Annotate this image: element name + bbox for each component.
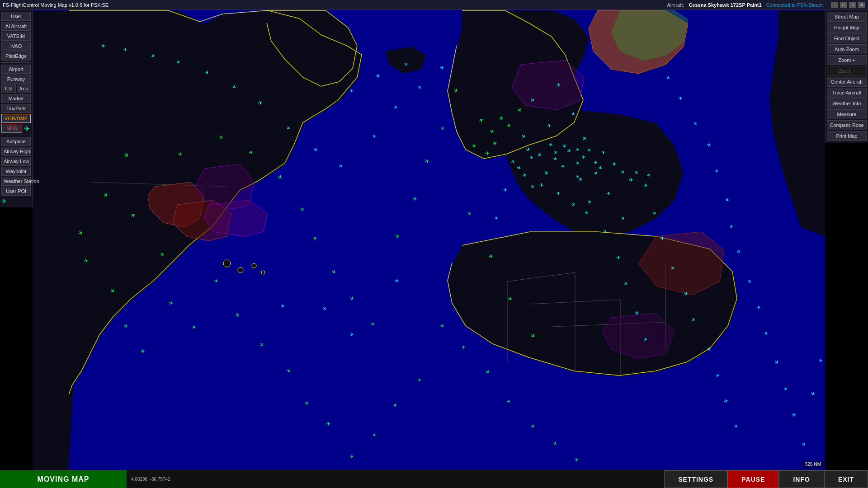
print-map-button[interactable]: Print Map — [827, 131, 867, 141]
sidebar-item-ivao[interactable]: IVAO — [1, 42, 31, 51]
sidebar-item-airport[interactable]: Airport — [1, 65, 31, 74]
maximize-button[interactable]: □ — [840, 2, 847, 8]
center-aircraft-button[interactable]: Center Aircraft — [827, 77, 867, 87]
map-svg: ✈ ✈ ✈ ✈ ✈ ✈ ✈ ✈ ✈ ✈ ✈ ✈ ✈ ✈ ✈ ✈ ✈ ✈ ✈ ✈ … — [33, 10, 825, 470]
scale-value: 526 NM — [805, 462, 821, 467]
titlebar: FS-FlightControl Moving Map v1.0.6 for F… — [0, 0, 868, 10]
window-controls[interactable]: _ □ ? ✕ — [831, 2, 865, 8]
sidebar-item-vor-dme[interactable]: VOR/DME — [1, 114, 31, 123]
auto-zoom-button[interactable]: Auto Zoom — [827, 44, 867, 54]
coords-value: 4.60298, -36.75742 — [131, 477, 170, 482]
right-sidebar: Street Map Height Map Find Object Auto Z… — [825, 10, 868, 143]
sidebar-item-airspace[interactable]: Airspace — [1, 137, 31, 146]
trace-aircraft-button[interactable]: Trace Aircraft — [827, 88, 867, 98]
ils-axis-row: ILS Axis — [1, 84, 31, 93]
sidebar-item-airway-high[interactable]: Airway High — [1, 147, 31, 156]
bottom-right-controls: SETTINGS PAUSE INFO EXIT — [664, 470, 868, 488]
compass-rose-button[interactable]: Compass Rose — [827, 120, 867, 130]
svg-point-10 — [238, 267, 243, 273]
titlebar-right: Aircraft: Cessna Skyhawk 172SP Paint1 Co… — [667, 2, 865, 8]
sidebar-item-ils[interactable]: ILS — [1, 84, 16, 93]
info-button[interactable]: INFO — [779, 470, 824, 488]
sidebar-item-runway[interactable]: Runway — [1, 75, 31, 84]
sidebar-item-weather-station[interactable]: Weather Station — [1, 177, 31, 186]
sidebar-item-ndb[interactable]: NDB — [1, 124, 22, 133]
sidebar-item-vatsim[interactable]: VATSIM — [1, 32, 31, 41]
map-area[interactable]: ✈ ✈ ✈ ✈ ✈ ✈ ✈ ✈ ✈ ✈ ✈ ✈ ✈ ✈ ✈ ✈ ✈ ✈ ✈ ✈ … — [33, 10, 825, 470]
sidebar-item-user[interactable]: User — [1, 12, 31, 21]
find-object-button[interactable]: Find Object — [827, 33, 867, 43]
zoom-plus-button[interactable]: Zoom + — [827, 55, 867, 65]
sidebar-item-user-poi[interactable]: User POI — [1, 187, 31, 196]
close-button[interactable]: ✕ — [858, 2, 865, 8]
scale-display: 526 NM — [802, 461, 824, 468]
user-poi-indicator: ✈ — [1, 197, 31, 206]
separator-2 — [1, 135, 31, 135]
help-button[interactable]: ? — [849, 2, 856, 8]
aircraft-name: Cessna Skyhawk 172SP Paint1 — [689, 2, 761, 8]
moving-map-button[interactable]: MOVING MAP — [0, 470, 127, 488]
sidebar-item-waypoint[interactable]: Waypoint — [1, 167, 31, 176]
exit-button[interactable]: EXIT — [824, 470, 868, 488]
sidebar-item-axis[interactable]: Axis — [17, 84, 31, 93]
user-poi-plane-icon: ✈ — [1, 197, 7, 205]
svg-point-9 — [223, 260, 231, 267]
measure-button[interactable]: Measure — [827, 109, 867, 119]
pause-button[interactable]: PAUSE — [727, 470, 779, 488]
zoom-minus-button[interactable]: Zoom - — [827, 66, 867, 76]
ndb-plane-icon: ✈ — [23, 124, 31, 133]
sidebar-item-marker[interactable]: Marker — [1, 94, 31, 103]
coordinates-display: 4.60298, -36.75742 — [127, 477, 664, 482]
sidebar-item-airway-low[interactable]: Airway Low — [1, 157, 31, 166]
settings-button[interactable]: SETTINGS — [664, 470, 727, 488]
connection-status: Connected to FSX-Steam — [766, 2, 823, 8]
height-map-button[interactable]: Height Map — [827, 23, 867, 33]
separator-1 — [1, 62, 31, 63]
app-title: FS-FlightControl Moving Map v1.0.6 for F… — [3, 2, 108, 8]
svg-point-11 — [252, 263, 256, 268]
aircraft-label: Aircraft: — [667, 2, 684, 8]
left-sidebar: User AI Aircraft VATSIM IVAO PilotEdge A… — [0, 10, 33, 207]
minimize-button[interactable]: _ — [831, 2, 838, 8]
bottom-bar: MOVING MAP 4.60298, -36.75742 SETTINGS P… — [0, 470, 868, 488]
sidebar-item-pilotedge[interactable]: PilotEdge — [1, 52, 31, 61]
sidebar-item-tax-park[interactable]: Tax/Park — [1, 104, 31, 113]
street-map-button[interactable]: Street Map — [827, 12, 867, 22]
weather-info-button[interactable]: Weather Info — [827, 99, 867, 108]
sidebar-item-ai-aircraft[interactable]: AI Aircraft — [1, 22, 31, 31]
svg-point-12 — [261, 271, 265, 274]
